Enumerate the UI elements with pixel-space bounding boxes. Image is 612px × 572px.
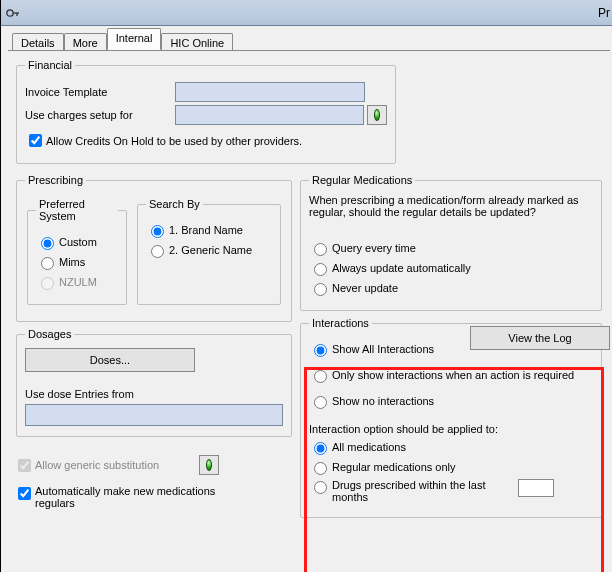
svg-point-0: [7, 9, 13, 15]
allow-credits-label: Allow Credits On Hold to be used by othe…: [46, 135, 302, 147]
regmed-never-label: Never update: [332, 282, 398, 294]
preferred-custom-radio[interactable]: [41, 237, 54, 250]
ixa-all-radio[interactable]: [314, 442, 327, 455]
ix-none-radio[interactable]: [314, 396, 327, 409]
ixa-months-radio[interactable]: [314, 481, 327, 494]
tab-panel-internal: Financial Invoice Template Use charges s…: [8, 50, 610, 572]
prescribing-group: Prescribing Preferred System Custom Mims…: [16, 174, 292, 322]
ix-show-all-radio[interactable]: [314, 344, 327, 357]
dosages-group: Dosages Doses... Use dose Entries from: [16, 328, 292, 437]
regular-medications-group: Regular Medications When prescribing a m…: [300, 174, 602, 311]
search-generic-label: 2. Generic Name: [169, 244, 252, 256]
regmed-never-radio[interactable]: [314, 283, 327, 296]
generic-sub-lookup-button[interactable]: [199, 455, 219, 475]
interactions-legend: Interactions: [309, 317, 372, 329]
search-by-legend: Search By: [146, 198, 203, 210]
dose-entries-input[interactable]: [25, 404, 283, 426]
preferred-mims-radio[interactable]: [41, 257, 54, 270]
tab-internal[interactable]: Internal: [107, 28, 162, 50]
dose-entries-label: Use dose Entries from: [25, 388, 283, 400]
tab-strip: Details More Internal HIC Online: [12, 28, 610, 50]
ixa-regular-radio[interactable]: [314, 462, 327, 475]
regmed-always-radio[interactable]: [314, 263, 327, 276]
use-charges-input[interactable]: [175, 105, 364, 125]
window-title: Pr: [598, 6, 610, 20]
tab-details[interactable]: Details: [12, 33, 64, 51]
ixa-months-input[interactable]: [518, 479, 554, 497]
view-log-button[interactable]: View the Log: [470, 326, 610, 350]
regular-medications-legend: Regular Medications: [309, 174, 415, 186]
allow-generic-sub-label: Allow generic substitution: [35, 459, 159, 471]
preferred-nzulm-label: NZULM: [59, 276, 97, 288]
tab-hic-online[interactable]: HIC Online: [161, 33, 233, 51]
ix-none-label: Show no interactions: [332, 395, 434, 407]
regmed-query-label: Query every time: [332, 242, 416, 254]
ix-action-radio[interactable]: [314, 370, 327, 383]
titlebar: Pr: [1, 0, 612, 26]
allow-credits-checkbox[interactable]: [29, 134, 42, 147]
search-generic-radio[interactable]: [151, 245, 164, 258]
allow-generic-sub-checkbox: [18, 459, 31, 472]
tab-more[interactable]: More: [64, 33, 107, 51]
search-brand-radio[interactable]: [151, 225, 164, 238]
ixa-months-label: Drugs prescribed within the last months: [332, 479, 512, 503]
auto-regulars-label: Automatically make new medications regul…: [35, 485, 255, 509]
ix-show-all-label: Show All Interactions: [332, 343, 434, 355]
preferred-custom-label: Custom: [59, 236, 97, 248]
ixa-regular-label: Regular medications only: [332, 461, 456, 473]
app-window: Pr Details More Internal HIC Online Fina…: [0, 0, 612, 572]
invoice-template-input[interactable]: [175, 82, 365, 102]
regmed-query-radio[interactable]: [314, 243, 327, 256]
lookup-icon: [206, 459, 212, 471]
use-charges-lookup-button[interactable]: [367, 105, 387, 125]
search-by-group: Search By 1. Brand Name 2. Generic Name: [137, 198, 281, 305]
regmed-always-label: Always update automatically: [332, 262, 471, 274]
financial-legend: Financial: [25, 59, 75, 71]
preferred-mims-label: Mims: [59, 256, 85, 268]
search-brand-label: 1. Brand Name: [169, 224, 243, 236]
invoice-template-label: Invoice Template: [25, 86, 175, 98]
preferred-system-group: Preferred System Custom Mims NZULM: [27, 198, 127, 305]
ix-action-label: Only show interactions when an action is…: [332, 369, 574, 381]
preferred-nzulm-radio: [41, 277, 54, 290]
dosages-legend: Dosages: [25, 328, 74, 340]
ix-apply-label: Interaction option should be applied to:: [309, 423, 593, 435]
financial-group: Financial Invoice Template Use charges s…: [16, 59, 396, 164]
prescribing-legend: Prescribing: [25, 174, 86, 186]
use-charges-label: Use charges setup for: [25, 109, 175, 121]
window-body: Details More Internal HIC Online Financi…: [1, 26, 612, 572]
regular-meds-question: When prescribing a medication/form alrea…: [309, 194, 593, 218]
preferred-system-legend: Preferred System: [36, 198, 118, 222]
auto-regulars-checkbox[interactable]: [18, 487, 31, 500]
ixa-all-label: All medications: [332, 441, 406, 453]
lookup-icon: [374, 109, 380, 121]
doses-button[interactable]: Doses...: [25, 348, 195, 372]
key-icon: [5, 5, 21, 21]
